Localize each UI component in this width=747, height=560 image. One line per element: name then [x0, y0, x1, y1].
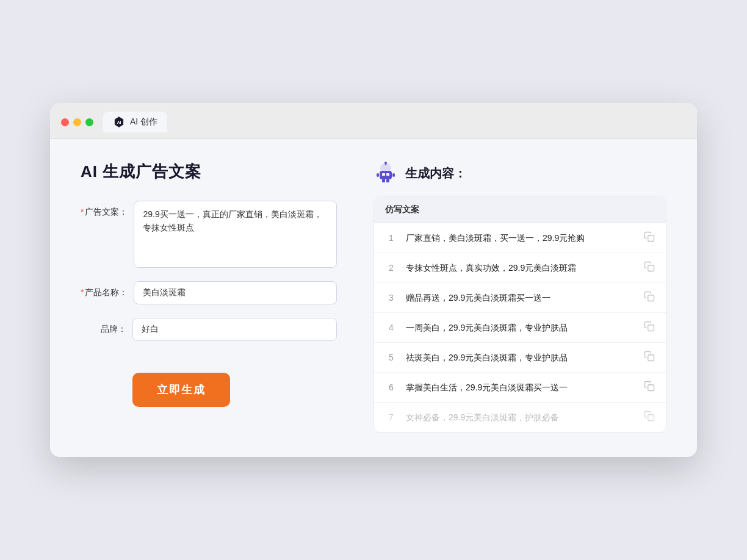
product-name-label: *产品名称： [81, 281, 134, 298]
tab-label: AI 创作 [130, 117, 157, 127]
svg-rect-18 [648, 415, 654, 421]
traffic-lights [61, 118, 93, 126]
row-number: 3 [385, 293, 397, 303]
svg-rect-13 [648, 265, 654, 271]
table-row: 7女神必备，29.9元美白淡斑霜，护肤必备 [374, 403, 666, 432]
result-table: 仿写文案 1厂家直销，美白淡斑霜，买一送一，29.9元抢购 2专抹女性斑点，真实… [374, 196, 666, 433]
copy-icon[interactable] [644, 381, 655, 394]
table-row: 1厂家直销，美白淡斑霜，买一送一，29.9元抢购 [374, 223, 666, 253]
row-text: 一周美白，29.9元美白淡斑霜，专业护肤品 [406, 321, 635, 334]
brand-label: 品牌： [81, 318, 132, 335]
svg-text:AI: AI [117, 120, 121, 124]
ad-copy-textarea[interactable]: 29.9买一送一，真正的厂家直销，美白淡斑霜，专抹女性斑点 [134, 201, 337, 268]
table-row: 6掌握美白生活，29.9元美白淡斑霜买一送一 [374, 373, 666, 403]
browser-window: AI AI 创作 AI 生成广告文案 *广告文案： 29.9买一送一，真正的厂家… [50, 103, 697, 457]
maximize-button[interactable] [85, 118, 93, 126]
row-text: 掌握美白生活，29.9元美白淡斑霜买一送一 [406, 381, 635, 394]
svg-rect-5 [386, 173, 389, 176]
copy-icon[interactable] [644, 291, 655, 304]
copy-icon[interactable] [644, 321, 655, 334]
row-number: 5 [385, 353, 397, 362]
copy-icon[interactable] [644, 411, 655, 424]
svg-rect-16 [648, 355, 654, 361]
svg-rect-8 [377, 173, 379, 177]
row-number: 4 [385, 323, 397, 332]
row-number: 1 [385, 233, 397, 243]
generate-button[interactable]: 立即生成 [132, 373, 230, 407]
result-title: 生成内容： [405, 165, 466, 182]
svg-rect-4 [382, 173, 385, 176]
svg-rect-9 [392, 173, 395, 177]
result-header: 生成内容： [374, 161, 666, 185]
row-text: 厂家直销，美白淡斑霜，买一送一，29.9元抢购 [406, 232, 635, 245]
product-name-row: *产品名称： [81, 281, 337, 304]
row-number: 6 [385, 382, 397, 392]
ad-copy-row: *广告文案： 29.9买一送一，真正的厂家直销，美白淡斑霜，专抹女性斑点 [81, 201, 337, 268]
brand-row: 品牌： [81, 318, 337, 341]
right-panel: 生成内容： 仿写文案 1厂家直销，美白淡斑霜，买一送一，29.9元抢购 2专抹女… [374, 161, 666, 433]
browser-content: AI 生成广告文案 *广告文案： 29.9买一送一，真正的厂家直销，美白淡斑霜，… [50, 139, 697, 457]
table-header: 仿写文案 [374, 197, 666, 223]
copy-icon[interactable] [644, 351, 655, 364]
svg-rect-14 [648, 295, 654, 301]
ad-copy-label: *广告文案： [81, 201, 134, 218]
svg-rect-17 [648, 385, 654, 391]
active-tab[interactable]: AI AI 创作 [103, 112, 167, 132]
left-panel: AI 生成广告文案 *广告文案： 29.9买一送一，真正的厂家直销，美白淡斑霜，… [81, 161, 337, 433]
table-rows-container: 1厂家直销，美白淡斑霜，买一送一，29.9元抢购 2专抹女性斑点，真实功效，29… [374, 223, 666, 432]
row-number: 7 [385, 412, 397, 422]
table-row: 4一周美白，29.9元美白淡斑霜，专业护肤品 [374, 313, 666, 343]
required-star-2: * [81, 287, 84, 297]
required-star-1: * [81, 207, 84, 217]
page-title: AI 生成广告文案 [81, 161, 337, 182]
svg-rect-11 [386, 179, 389, 182]
svg-rect-3 [380, 171, 392, 179]
robot-icon [374, 161, 398, 185]
ai-tab-icon: AI [113, 116, 125, 128]
table-row: 2专抹女性斑点，真实功效，29.9元美白淡斑霜 [374, 253, 666, 283]
table-row: 3赠品再送，29.9元美白淡斑霜买一送一 [374, 283, 666, 313]
copy-icon[interactable] [644, 231, 655, 245]
row-number: 2 [385, 263, 397, 273]
main-layout: AI 生成广告文案 *广告文案： 29.9买一送一，真正的厂家直销，美白淡斑霜，… [81, 161, 666, 433]
titlebar: AI AI 创作 [50, 103, 697, 139]
copy-icon[interactable] [644, 261, 655, 275]
row-text: 专抹女性斑点，真实功效，29.9元美白淡斑霜 [406, 262, 635, 275]
row-text: 女神必备，29.9元美白淡斑霜，护肤必备 [406, 411, 635, 424]
table-row: 5祛斑美白，29.9元美白淡斑霜，专业护肤品 [374, 343, 666, 373]
brand-input[interactable] [132, 318, 337, 341]
svg-rect-15 [648, 325, 654, 331]
row-text: 赠品再送，29.9元美白淡斑霜买一送一 [406, 292, 635, 304]
product-name-input[interactable] [134, 281, 337, 304]
minimize-button[interactable] [73, 118, 81, 126]
svg-rect-10 [382, 179, 385, 182]
close-button[interactable] [61, 118, 69, 126]
row-text: 祛斑美白，29.9元美白淡斑霜，专业护肤品 [406, 351, 635, 364]
svg-point-7 [384, 162, 387, 164]
svg-rect-12 [648, 235, 654, 242]
